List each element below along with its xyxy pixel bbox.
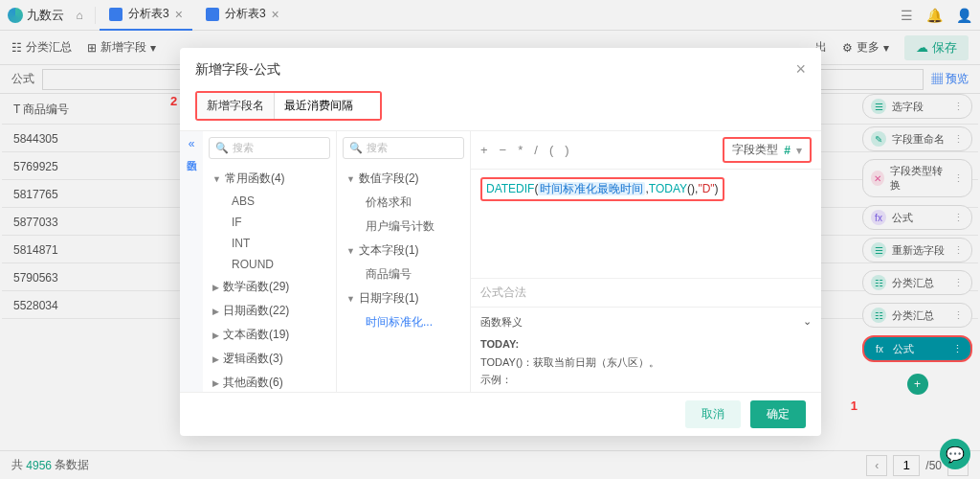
tab-analysis-1[interactable]: 分析表3 × — [100, 0, 192, 31]
func-group-math[interactable]: ▶数学函数(29) — [203, 275, 336, 299]
func-int[interactable]: INT — [203, 233, 336, 254]
chevron-down-icon[interactable]: ⌄ — [803, 315, 812, 330]
step-group-2[interactable]: ☷分类汇总⋮ — [862, 303, 972, 328]
step-formula-active[interactable]: fx公式⋮ — [862, 335, 972, 362]
formula-editor: + − * / ( ) 字段类型 # ▾ DATEDIF(时间标准化最晚时间,T… — [471, 131, 821, 392]
top-right-icons: ☰ 🔔 👤 — [901, 8, 972, 23]
home-icon[interactable]: ⌂ — [68, 4, 91, 27]
bell-icon[interactable]: 🔔 — [926, 8, 943, 23]
tool-add-field[interactable]: ⊞ 新增字段 ▾ — [87, 39, 156, 56]
page-prev[interactable]: ‹ — [866, 455, 887, 476]
formula-code[interactable]: DATEDIF(时间标准化最晚时间,TODAY(),"D") — [471, 170, 821, 209]
cancel-button[interactable]: 取消 — [685, 400, 741, 428]
callout-2: 2 — [170, 94, 177, 108]
close-icon[interactable]: × — [795, 59, 806, 80]
func-group-logic[interactable]: ▶逻辑函数(3) — [203, 347, 336, 371]
save-button[interactable]: ☁ 保存 — [904, 35, 969, 60]
operator-bar: + − * / ( ) 字段类型 # ▾ — [471, 131, 821, 170]
formula-valid-label: 公式合法 — [471, 278, 821, 307]
page-input[interactable] — [893, 455, 920, 476]
func-group-common[interactable]: ▼常用函数(4) — [203, 167, 336, 191]
row-count: 4956 — [26, 459, 52, 472]
step-group-1[interactable]: ☷分类汇总⋮ — [862, 270, 972, 295]
op-lparen[interactable]: ( — [549, 143, 553, 157]
chat-fab[interactable]: 💬 — [940, 439, 970, 469]
logo-icon — [8, 8, 23, 23]
op-mult[interactable]: * — [518, 143, 523, 157]
function-sidebar-tab[interactable]: « 函数 — [180, 131, 203, 392]
func-group-text[interactable]: ▶文本函数(19) — [203, 323, 336, 347]
tool-group[interactable]: ☷ 分类汇总 — [11, 39, 72, 56]
func-round[interactable]: ROUND — [203, 254, 336, 275]
op-div[interactable]: / — [534, 143, 538, 157]
brand-logo: 九数云 — [8, 7, 64, 24]
tab-label: 分析表3 — [225, 6, 266, 22]
func-if[interactable]: IF — [203, 212, 336, 233]
brand-text: 九数云 — [27, 7, 64, 24]
field-name-group: 新增字段名 — [195, 91, 382, 121]
table-icon — [109, 8, 122, 21]
page-total: /50 — [925, 459, 942, 472]
field-group-date[interactable]: ▼日期字段(1) — [337, 286, 470, 310]
modal-footer: 取消 确定 — [180, 392, 821, 436]
func-group-date[interactable]: ▶日期函数(22) — [203, 299, 336, 323]
step-type-convert[interactable]: ✕字段类型转换⋮ — [862, 159, 972, 197]
step-formula[interactable]: fx公式⋮ — [862, 205, 972, 230]
op-plus[interactable]: + — [480, 143, 488, 157]
user-icon[interactable]: 👤 — [956, 8, 972, 23]
table-icon — [206, 8, 219, 21]
func-group-other[interactable]: ▶其他函数(6) — [203, 371, 336, 392]
formula-modal: 新增字段-公式 × 新增字段名 « 函数 🔍 搜索 ▼常用函数(4) ABS I… — [180, 48, 821, 436]
field-user-count[interactable]: 用户编号计数 — [337, 215, 470, 239]
tab-analysis-2[interactable]: 分析表3 × — [196, 0, 289, 31]
function-search[interactable]: 🔍 搜索 — [209, 137, 330, 159]
close-icon[interactable]: × — [272, 7, 279, 22]
op-minus[interactable]: − — [500, 143, 507, 157]
ok-button[interactable]: 确定 — [750, 400, 806, 428]
func-abs[interactable]: ABS — [203, 191, 336, 212]
collapse-icon[interactable]: « — [189, 137, 195, 150]
field-tree: 🔍 搜索 ▼数值字段(2) 价格求和 用户编号计数 ▼文本字段(1) 商品编号 … — [337, 131, 471, 392]
footer: 共 4956 条数据 ‹ /50 › — [0, 450, 980, 479]
modal-header: 新增字段-公式 × — [180, 48, 821, 91]
callout-1: 1 — [851, 399, 858, 413]
field-type-selector[interactable]: 字段类型 # ▾ — [723, 137, 812, 163]
field-name-input[interactable] — [275, 93, 380, 119]
field-product-id[interactable]: 商品编号 — [337, 262, 470, 286]
top-bar: 九数云 ⌂ 分析表3 × 分析表3 × ☰ 🔔 👤 — [0, 0, 980, 31]
list-icon[interactable]: ☰ — [901, 8, 913, 23]
step-reselect[interactable]: ☰重新选字段⋮ — [862, 238, 972, 262]
field-search[interactable]: 🔍 搜索 — [343, 137, 464, 159]
hash-icon: # — [784, 144, 791, 157]
tab-label: 分析表3 — [128, 6, 169, 22]
field-name-label: 新增字段名 — [197, 93, 275, 119]
close-icon[interactable]: × — [175, 7, 183, 22]
field-group-text[interactable]: ▼文本字段(1) — [337, 239, 470, 262]
step-rename[interactable]: ✎字段重命名⋮ — [862, 126, 972, 151]
step-select-fields[interactable]: ☰选字段⋮ — [862, 94, 972, 119]
tool-more[interactable]: ⚙ 更多 ▾ — [842, 39, 889, 56]
field-group-num[interactable]: ▼数值字段(2) — [337, 167, 470, 191]
chevron-down-icon: ▾ — [796, 144, 802, 157]
function-help: 函数释义⌄ TODAY: TODAY()：获取当前日期（东八区）。 示例： 如果… — [471, 307, 821, 392]
field-time-normalized[interactable]: 时间标准化... — [337, 310, 470, 334]
add-step-button[interactable]: + — [907, 374, 928, 395]
modal-title: 新增字段-公式 — [195, 61, 280, 79]
function-tree: 🔍 搜索 ▼常用函数(4) ABS IF INT ROUND ▶数学函数(29)… — [203, 131, 337, 392]
preview-link[interactable]: ▦ 预览 — [931, 71, 969, 87]
pipeline-steps: ☰选字段⋮ ✎字段重命名⋮ ✕字段类型转换⋮ fx公式⋮ ☰重新选字段⋮ ☷分类… — [862, 94, 972, 399]
op-rparen[interactable]: ) — [565, 143, 568, 157]
formula-label: 公式 — [11, 71, 34, 87]
field-price-sum[interactable]: 价格求和 — [337, 191, 470, 215]
